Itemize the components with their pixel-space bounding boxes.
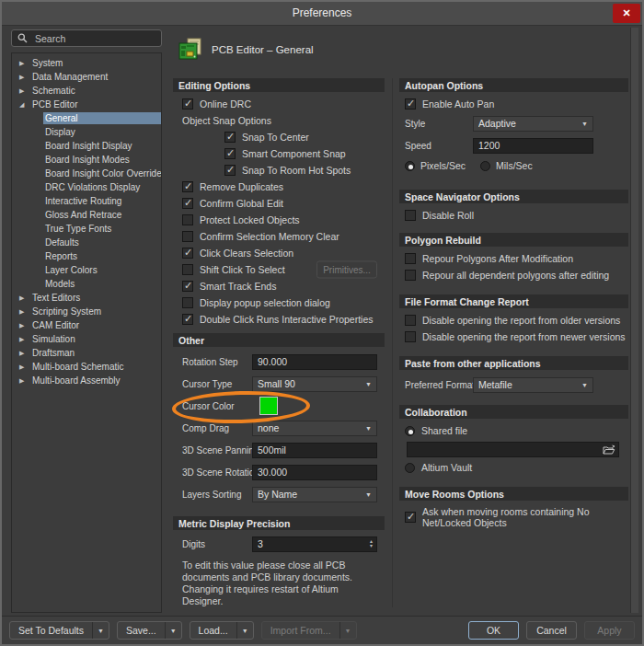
scene-rotation-input[interactable] [252,465,377,480]
checkbox[interactable] [224,148,236,159]
checkbox[interactable] [182,198,193,209]
checkbox[interactable] [182,314,193,325]
checkbox[interactable] [182,214,193,225]
search-box[interactable] [11,29,162,47]
checkbox[interactable] [224,132,236,143]
tree-item-scripting-system[interactable]: ▶Scripting System [12,305,161,318]
cursor-color-swatch[interactable] [259,397,278,415]
speed-input[interactable] [473,138,593,154]
ask-move-rooms-checkbox[interactable] [405,512,416,523]
tree-item-reports[interactable]: Reports [12,249,161,263]
tree-item-board-insight-color-overrides[interactable]: Board Insight Color Overrides [12,167,161,180]
checkbox[interactable] [182,181,193,192]
checkbox[interactable] [182,98,193,110]
cancel-button[interactable]: Cancel [526,621,577,640]
comp-drag-row: Comp Drag none ▼ [173,417,385,439]
ok-button[interactable]: OK [468,621,519,640]
checkbox[interactable] [182,248,193,259]
tree-item-system[interactable]: ▶System [12,56,161,70]
collapsed-arrow-icon[interactable]: ▶ [19,377,30,385]
tree-item-multi-board-schematic[interactable]: ▶Multi-board Schematic [12,360,161,374]
browse-folder-icon[interactable] [603,444,615,456]
section-title: Editing Options [178,80,250,91]
checkbox[interactable] [224,165,236,176]
collapsed-arrow-icon[interactable]: ▶ [19,60,30,67]
rotation-step-input[interactable] [252,354,377,370]
checkbox[interactable] [182,281,193,292]
repour-dependent-checkbox[interactable] [405,270,416,281]
collapsed-arrow-icon[interactable]: ▶ [19,87,30,95]
option-group-label-row: Object Snap Options [173,112,385,129]
tree-item-models[interactable]: Models [12,277,161,291]
dropdown-arrow-icon[interactable]: ▼ [236,622,253,639]
tree-item-display[interactable]: Display [12,125,161,139]
autopan-style-select[interactable]: Adaptive ▼ [473,116,593,132]
tree-item-label: DRC Violations Display [43,181,161,193]
content-area: PCB Editor – General Editing Options Onl… [167,26,638,613]
layers-sorting-select[interactable]: By Name ▼ [252,487,377,502]
tree-item-text-editors[interactable]: ▶Text Editors [12,291,161,305]
shared-file-input[interactable] [407,442,619,457]
tree-item-general[interactable]: General [12,111,161,125]
tree-item-drc-violations-display[interactable]: DRC Violations Display [12,180,161,194]
search-input[interactable] [33,32,155,45]
dropdown-arrow-icon[interactable]: ▼ [92,622,109,639]
tree-item-layer-colors[interactable]: Layer Colors [12,263,161,277]
collapsed-arrow-icon[interactable]: ▶ [19,294,30,302]
pixels-sec-radio[interactable] [405,161,415,171]
dropdown-arrow-icon[interactable]: ▼ [165,622,181,639]
tree-item-data-management[interactable]: ▶Data Management [12,70,161,84]
close-button[interactable]: ✕ [613,4,640,23]
cursor-type-select[interactable]: Small 90 ▼ [252,376,377,392]
mils-sec-radio[interactable] [480,161,490,171]
repour-polygons-checkbox[interactable] [405,253,416,264]
preferred-format-select[interactable]: Metafile ▼ [473,377,593,393]
collapsed-arrow-icon[interactable]: ▶ [19,74,30,81]
rotation-step-label: Rotation Step [182,357,248,367]
load-button[interactable]: Load... ▼ [190,621,254,640]
save-button[interactable]: Save... ▼ [117,621,182,640]
tree-item-multi-board-assembly[interactable]: ▶Multi-board Assembly [12,374,161,387]
tree-item-schematic[interactable]: ▶Schematic [12,84,161,98]
shared-file-radio[interactable] [405,426,415,436]
option-label: Remove Duplicates [200,181,283,192]
checkbox[interactable] [182,231,193,242]
close-icon: ✕ [622,7,630,19]
digits-spinner[interactable]: 3 ▴ ▾ [252,536,377,552]
checkbox[interactable] [182,297,193,308]
collapsed-arrow-icon[interactable]: ▶ [19,350,30,357]
disable-older-report-checkbox[interactable] [405,315,416,326]
enable-auto-pan-checkbox[interactable] [405,98,416,110]
scene-panning-input[interactable] [252,443,377,458]
tree-item-true-type-fonts[interactable]: True Type Fonts [12,222,161,236]
tree-item-defaults[interactable]: Defaults [12,236,161,249]
disable-roll-checkbox[interactable] [405,210,416,221]
altium-vault-radio[interactable] [405,463,415,473]
set-to-defaults-button[interactable]: Set To Defaults ▼ [9,621,109,640]
expanded-arrow-icon[interactable]: ◢ [19,101,30,109]
checkbox[interactable] [182,264,193,275]
collapsed-arrow-icon[interactable]: ▶ [19,336,30,343]
disable-newer-report-checkbox[interactable] [405,331,416,342]
spin-down-icon[interactable]: ▾ [370,544,373,548]
tree-item-simulation[interactable]: ▶Simulation [12,332,161,346]
tree-item-label: Board Insight Modes [43,154,161,166]
tree-item-cam-editor[interactable]: ▶CAM Editor [12,318,161,332]
tree-item-draftsman[interactable]: ▶Draftsman [12,346,161,360]
tree-item-label: Reports [43,250,161,262]
tree-item-board-insight-display[interactable]: Board Insight Display [12,139,161,153]
tree-item-interactive-routing[interactable]: Interactive Routing [12,194,161,208]
section-title: Polygon Rebuild [405,235,481,246]
collapsed-arrow-icon[interactable]: ▶ [19,322,30,329]
collapsed-arrow-icon[interactable]: ▶ [19,363,30,371]
tree-item-gloss-and-retrace[interactable]: Gloss And Retrace [12,208,161,222]
tree-item-label: Display [43,126,161,138]
vertical-scrollbar[interactable] [630,28,638,613]
tree-item-board-insight-modes[interactable]: Board Insight Modes [12,153,161,167]
spinner-arrows-icon[interactable]: ▴ ▾ [370,539,373,548]
collapsed-arrow-icon[interactable]: ▶ [19,308,30,316]
tree-item-pcb-editor[interactable]: ◢PCB Editor [12,98,161,111]
section-title: Paste from other applications [405,358,541,369]
option-label: Click Clears Selection [200,248,293,259]
comp-drag-select[interactable]: none ▼ [252,421,377,436]
